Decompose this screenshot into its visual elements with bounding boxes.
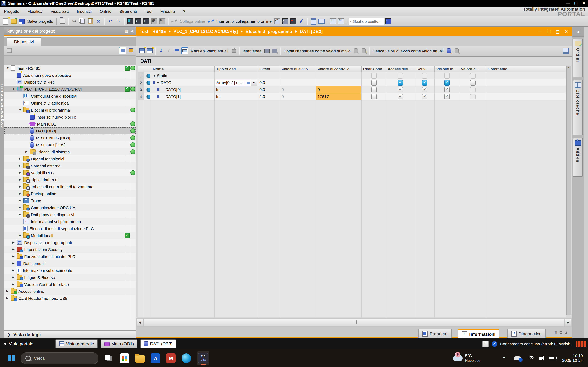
datatype-browse-button[interactable]	[245, 79, 251, 86]
tree-item-traces[interactable]: ▶Trace	[4, 197, 136, 204]
tree-item-device-config[interactable]: Configurazione dispositivi	[4, 92, 136, 100]
stop-simulation-icon[interactable]: ■	[290, 18, 297, 25]
tree-item-dati-db3[interactable]: DATI [DB3]	[4, 127, 136, 134]
tree-item-online-backups[interactable]: ▶Backup online	[4, 190, 136, 197]
pin-panel-icon[interactable]: ▥	[125, 29, 129, 33]
tree-item-program-blocks[interactable]: ▼Blocchi di programma	[4, 106, 136, 113]
tree-item-common-data[interactable]: ▶Dati comuni	[4, 260, 136, 267]
volume-icon[interactable]	[539, 357, 542, 360]
tree-item-online-diagnostics[interactable]: Online & Diagnostica	[4, 100, 136, 106]
tree-item-languages-resources[interactable]: ▶Lingue & Risorse	[4, 274, 136, 281]
col-ritenzione[interactable]: Ritenzione	[362, 66, 386, 72]
tree-item-program-info[interactable]: Informazioni sul programma	[4, 218, 136, 225]
tab-proprieta[interactable]: Proprietà	[418, 329, 451, 338]
import-data-icon[interactable]: ⇣	[158, 48, 164, 54]
insert-row-icon[interactable]	[139, 48, 145, 54]
table-row[interactable]: 2 ▼DATO Array[0..1] o... ▼ 0.0	[138, 79, 566, 86]
start-button[interactable]	[8, 355, 16, 362]
save-project-icon[interactable]	[18, 18, 25, 25]
tia-portal-taskbar-icon[interactable]: TIAV18	[197, 351, 209, 365]
tree-item-external-sources[interactable]: ▶Sorgenti esterne	[4, 162, 136, 169]
undo-icon[interactable]: ↶	[107, 18, 113, 25]
status-detail-icon[interactable]	[482, 341, 489, 347]
tray-chevron-icon[interactable]: ⌃	[502, 356, 506, 360]
tree-item-online-access[interactable]: ▶Accessi online	[4, 288, 136, 295]
col-offset[interactable]: Offset	[258, 66, 280, 72]
breadcrumb-db[interactable]: DATI [DB3]	[300, 29, 323, 34]
breadcrumb-project[interactable]: Test - RS485	[140, 29, 166, 34]
lock-icon[interactable]	[231, 48, 237, 54]
checkbox-scrivibile[interactable]	[422, 80, 427, 85]
col-nome[interactable]: Nome	[151, 66, 215, 72]
tree-item-alarm-text-lists[interactable]: Elenchi di testi di segnalazione PLC	[4, 225, 136, 232]
checkbox-visibile[interactable]	[444, 80, 450, 85]
network-browse-icon[interactable]: ≡	[385, 18, 391, 25]
horizontal-scrollbar[interactable]: ◀ ▶	[136, 318, 572, 327]
snapshot-down-icon[interactable]	[271, 48, 278, 54]
menu-online[interactable]: Online	[95, 9, 115, 14]
col-scrivibile[interactable]: Scrivi...	[415, 66, 435, 72]
weather-widget[interactable]: 5 5°CNuvoloso	[453, 353, 480, 363]
collapse-panel-icon[interactable]: ◀	[131, 29, 133, 33]
table-row[interactable]: 3 DATO[0] Int 0.0 0 0	[138, 86, 566, 93]
tree-item-mbload-db5[interactable]: MB LOAD [DB5]	[4, 141, 136, 148]
editor-restore-icon[interactable]: ❐	[547, 29, 551, 34]
col-visibile[interactable]: Visibile in ..	[435, 66, 459, 72]
download-to-device-icon[interactable]: ↓	[135, 18, 141, 25]
project-search-input[interactable]	[349, 18, 384, 25]
tree-item-add-device[interactable]: Aggiungi nuovo dispositivo	[4, 72, 136, 79]
portal-view-button[interactable]: Vista portale	[4, 341, 33, 346]
copy-snapshot-all-icon[interactable]	[361, 48, 367, 54]
col-accessibile[interactable]: Accessibile ...	[386, 66, 415, 72]
expander-icon[interactable]: ▼	[153, 74, 157, 77]
compile-icon[interactable]: ≣	[127, 18, 133, 25]
user-icon[interactable]: ☒	[338, 18, 344, 25]
open-project-icon[interactable]	[10, 18, 17, 25]
editor-minimize-icon[interactable]: —	[538, 29, 542, 34]
expand-details-icon[interactable]: ❯	[7, 333, 10, 337]
task-view-icon[interactable]	[104, 353, 114, 363]
menu-strumenti[interactable]: Strumenti	[115, 9, 141, 14]
monitor-toggle-icon[interactable]	[181, 47, 188, 54]
copy-snapshots-button[interactable]: Copia istantanee come valori di avvio	[284, 49, 350, 53]
status-message[interactable]: Caricamento concluso (errori: 0; avvisi:…	[500, 342, 573, 346]
menu-progetto[interactable]: Progetto	[0, 9, 23, 14]
tree-item-project[interactable]: ▼Test - RS485	[4, 65, 136, 72]
mcafee-icon[interactable]: M	[166, 353, 176, 363]
tab-dispositivi[interactable]: Dispositivi	[7, 37, 41, 46]
tree-item-opc-ua[interactable]: ▶Comunicazione OPC UA	[4, 204, 136, 211]
tab-informazioni[interactable]: Informazioni	[458, 329, 500, 338]
add-row-icon[interactable]	[147, 48, 153, 54]
tab-diagnostica[interactable]: Diagnostica	[507, 329, 545, 338]
redo-icon[interactable]: ↷	[115, 18, 122, 25]
snapshot-up-icon[interactable]	[264, 48, 270, 54]
reset-start-values-icon[interactable]: ✓	[166, 48, 172, 54]
rail-tab-biblioteche[interactable]: Biblioteche	[573, 80, 583, 135]
col-valore-controllo[interactable]: Valore di controllo	[316, 66, 362, 72]
menu-help[interactable]: ?	[179, 9, 189, 14]
left-rail-label[interactable]: Programmazione PLC	[0, 84, 4, 128]
table-row[interactable]: 4 DATO[1] Int 2.0 0 17617	[138, 93, 566, 100]
checkbox-accessibile[interactable]	[398, 80, 403, 85]
tree-item-device-proxy[interactable]: ▶Dati proxy dei dispositivi	[4, 211, 136, 218]
editor-close-icon[interactable]: ✕	[565, 29, 568, 34]
cut-icon[interactable]: ✂	[71, 18, 78, 25]
menu-finestra[interactable]: Finestra	[156, 9, 179, 14]
load-start-values-button[interactable]: Carica valori di avvio come valori attua…	[373, 49, 444, 53]
load-db-icon[interactable]	[446, 48, 452, 54]
rail-tab-addin[interactable]: Add-In	[573, 138, 583, 176]
tree-item-documentation-settings[interactable]: ▶Informazioni sul documento	[4, 267, 136, 274]
onedrive-icon[interactable]	[514, 356, 521, 360]
tree-item-system-blocks[interactable]: ▶Blocchi di sistema	[4, 148, 136, 155]
scroll-left-icon[interactable]: ◀	[137, 319, 143, 326]
tree-item-technology-objects[interactable]: ▶Oggetti tecnologici	[4, 155, 136, 162]
delete-icon[interactable]: ✕	[95, 18, 102, 25]
datatype-editor[interactable]: Array[0..1] o... ▼	[215, 79, 257, 86]
datatype-dropdown-button[interactable]: ▼	[251, 79, 257, 86]
start-cpu-icon[interactable]: ▣	[151, 18, 158, 25]
file-explorer-icon[interactable]	[135, 355, 145, 363]
start-simulation-icon[interactable]: ▸	[282, 18, 288, 25]
cross-references-icon[interactable]: ✗	[298, 18, 305, 25]
col-tipo[interactable]: Tipo di dati	[215, 66, 258, 72]
tree-item-main-ob1[interactable]: Main [OB1]	[4, 120, 136, 127]
